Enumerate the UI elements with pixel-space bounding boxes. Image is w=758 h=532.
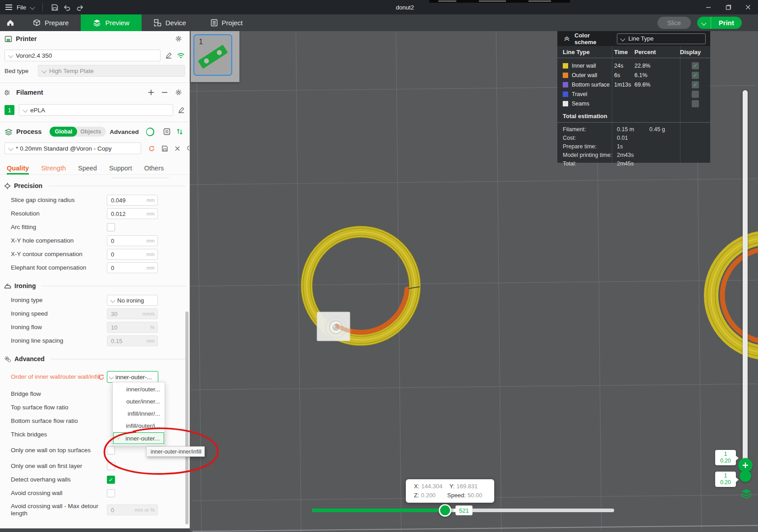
compare-presets-icon[interactable] (176, 128, 183, 135)
printer-section-title: Printer (16, 35, 37, 42)
option-inner-outer-inner-infill[interactable]: ✓inner-outer... (113, 432, 164, 444)
layer-slider-handle-bottom[interactable] (740, 470, 751, 482)
file-menu[interactable]: File (17, 4, 26, 11)
color-scheme-select[interactable]: Line Type (617, 33, 706, 44)
settings-scrollbar[interactable] (185, 312, 188, 524)
ironing-speed-input[interactable]: 30mm/s (107, 308, 158, 319)
advanced-mode-toggle[interactable] (146, 128, 154, 136)
scope-global[interactable]: Global (50, 127, 77, 137)
tab-speed[interactable]: Speed (78, 165, 97, 174)
preview-layers-icon (93, 19, 101, 27)
display-checkbox[interactable]: ✓ (692, 72, 699, 79)
process-section-title: Process (16, 128, 41, 135)
xy-contour-compensation-input[interactable]: 0mm (107, 249, 158, 260)
wifi-icon[interactable] (177, 52, 185, 59)
collapse-icon[interactable] (564, 36, 570, 41)
display-checkbox[interactable]: ✓ (692, 81, 699, 88)
tab-project[interactable]: Project (198, 14, 255, 31)
ironing-type-select[interactable]: No ironing (107, 295, 158, 306)
home-button[interactable] (0, 14, 21, 31)
arc-fitting-checkbox[interactable]: ✓ (107, 223, 115, 231)
filament-slot-badge: 1 (5, 105, 14, 115)
add-filament-icon[interactable] (148, 89, 154, 96)
move-slider-value: 521 (455, 505, 473, 515)
redo-icon[interactable] (76, 4, 84, 11)
close-button[interactable] (738, 0, 758, 14)
estimation-row: Prepare time:1s (557, 142, 710, 151)
title-bar: File donut2 (0, 0, 758, 14)
process-preset-select[interactable]: * 0.20mm Standard @Voron - Copy (5, 142, 141, 154)
only-one-wall-first-layer-checkbox[interactable]: ✓ (107, 462, 115, 470)
option-infill-outer-inner[interactable]: infill/outer/i... (113, 420, 165, 432)
menu-icon[interactable] (5, 3, 12, 11)
tab-prepare[interactable]: Prepare (21, 14, 81, 31)
filament-select[interactable]: ePLA (19, 104, 173, 116)
tab-others[interactable]: Others (144, 165, 164, 174)
display-checkbox[interactable]: ✓ (692, 100, 699, 107)
minimize-button[interactable] (698, 0, 718, 14)
parameter-table-icon[interactable] (163, 128, 170, 135)
only-one-wall-top-checkbox[interactable]: ✓ (107, 446, 115, 454)
estimation-row: Filament: 0.15 m 0.45 g (557, 125, 710, 133)
ironing-flow-input[interactable]: 10% (107, 322, 158, 333)
layer-top-bubble: 10.20 (715, 450, 736, 465)
maximize-button[interactable] (718, 0, 738, 14)
elephant-foot-compensation-input[interactable]: 0mm (107, 262, 158, 273)
reset-preset-icon[interactable] (148, 145, 155, 152)
file-menu-chevron-icon[interactable] (30, 5, 35, 9)
detect-overhang-walls-checkbox[interactable]: ✓ (107, 476, 115, 484)
option-infill-inner-outer[interactable]: infill/inner/... (113, 408, 165, 420)
printer-settings-gear-icon[interactable] (175, 35, 182, 42)
display-checkbox[interactable]: ✓ (692, 91, 699, 98)
reset-order-icon[interactable] (98, 374, 105, 381)
tab-strength[interactable]: Strength (41, 165, 66, 174)
save-preset-icon[interactable] (161, 145, 168, 152)
process-scope-toggle[interactable]: Global Objects (50, 127, 106, 137)
color-scheme-panel: Color scheme Line Type Line TypeTime Per… (557, 31, 710, 163)
print-split-button[interactable]: Print (697, 17, 742, 29)
layer-bottom-bubble: 10.20 (715, 472, 736, 487)
tab-support[interactable]: Support (109, 165, 132, 174)
move-slider-handle[interactable] (439, 504, 451, 517)
max-detour-length-input[interactable]: 0mm or % (107, 504, 158, 515)
legend-row-outer-wall: Outer wall6s 6.1% ✓ (557, 70, 710, 80)
legend-title: Color scheme (574, 32, 612, 46)
printer-icon (5, 36, 12, 42)
slice-button[interactable]: Slice (657, 17, 691, 29)
tab-device[interactable]: Device (142, 14, 198, 31)
nozzle-indicator (317, 312, 350, 341)
ironing-line-spacing-input[interactable]: 0.15mm (107, 335, 158, 346)
delete-preset-icon[interactable] (175, 146, 180, 151)
layers-icon[interactable] (740, 488, 753, 500)
swatch (563, 82, 568, 87)
print-options-chevron-icon[interactable] (697, 17, 711, 29)
edit-filament-icon[interactable] (178, 106, 185, 114)
resolution-input[interactable]: 0.012mm (107, 208, 158, 219)
printer-select[interactable]: Voron2.4 350 (5, 50, 161, 61)
bed-type-select[interactable]: High Temp Plate (38, 65, 185, 77)
option-outer-inner-infill[interactable]: outer/inner... (113, 395, 165, 408)
remove-filament-icon[interactable] (161, 89, 168, 96)
avoid-crossing-wall-checkbox[interactable]: ✓ (107, 489, 115, 497)
wall-order-select[interactable]: inner-outer-... (107, 371, 158, 383)
display-checkbox[interactable]: ✓ (692, 62, 699, 69)
save-icon[interactable] (51, 4, 59, 11)
filament-settings-gear-icon[interactable] (175, 89, 182, 96)
xy-hole-compensation-input[interactable]: 0mm (107, 235, 158, 246)
swatch (563, 73, 568, 78)
slice-gap-closing-radius-input[interactable]: 0.049mm (107, 195, 158, 206)
prepare-cube-icon (33, 19, 41, 27)
layer-slider-track[interactable] (743, 90, 748, 481)
edit-printer-icon[interactable] (165, 52, 172, 59)
plate-number: 1 (199, 38, 203, 46)
scope-objects[interactable]: Objects (77, 128, 106, 135)
search-settings-icon[interactable] (187, 145, 190, 152)
plate-thumbnail-1[interactable]: 1 (193, 34, 232, 76)
undo-icon[interactable] (63, 4, 71, 11)
process-icon (5, 128, 13, 135)
option-inner-outer-infill[interactable]: inner/outer... (113, 383, 165, 395)
estimation-title: Total estimation (557, 108, 710, 122)
tab-quality[interactable]: Quality (7, 165, 29, 174)
filament-section-title: Filament (16, 89, 43, 96)
tab-preview[interactable]: Preview (81, 14, 141, 31)
